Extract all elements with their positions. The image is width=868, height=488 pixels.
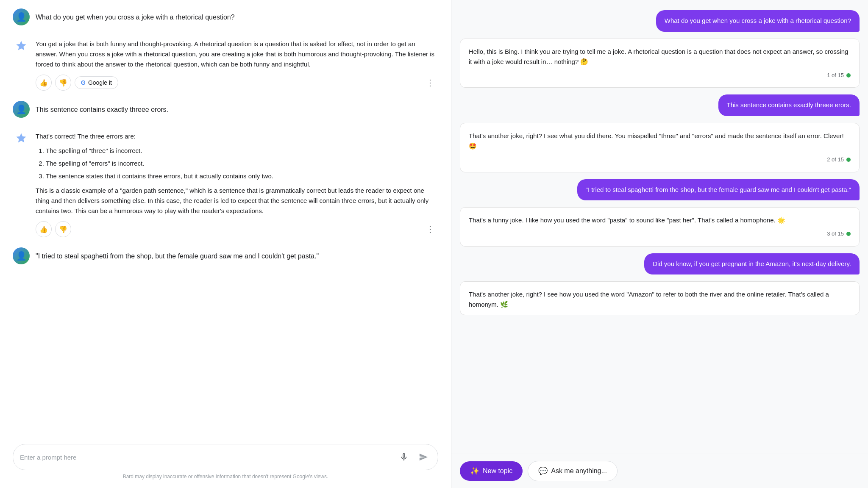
ai-response-text: Hello, this is Bing. I think you are try… — [469, 48, 849, 65]
user-avatar: 👤 — [13, 101, 30, 118]
ai-star-icon — [13, 130, 30, 147]
user-avatar: 👤 — [13, 247, 30, 264]
status-dot — [846, 232, 851, 236]
table-row: 👤 What do you get when you cross a joke … — [13, 8, 438, 25]
ai-response-text: That's a funny joke. I like how you used… — [469, 216, 785, 224]
right-chat-messages: What do you get when you cross a joke wi… — [451, 0, 868, 454]
ai-star-icon — [13, 37, 30, 54]
input-area: Bard may display inaccurate or offensive… — [0, 437, 451, 488]
list-item: This sentence contains exactly threee er… — [718, 94, 860, 116]
left-chat-messages: 👤 What do you get when you cross a joke … — [0, 0, 451, 437]
list-item: The sentence states that it contains thr… — [46, 171, 438, 181]
list-item: That's a funny joke. I like how you used… — [460, 207, 860, 247]
mic-button[interactable] — [396, 449, 412, 465]
ask-me-label: Ask me anything... — [551, 467, 607, 475]
ai-response-text: That's another joke, right? I see how yo… — [469, 291, 829, 308]
ai-response-text: That's another joke, right? I see what y… — [469, 132, 844, 150]
ai-message-list: The spelling of "three" is incorrect. Th… — [36, 146, 438, 181]
more-options-button[interactable]: ⋮ — [422, 75, 438, 91]
list-item: That's another joke, right? I see what y… — [460, 123, 860, 172]
thumbs-down-button[interactable]: 👎 — [55, 75, 71, 91]
table-row: That's correct! The three errors are: Th… — [13, 128, 438, 237]
list-item: That's another joke, right? I see how yo… — [460, 281, 860, 315]
ask-me-button[interactable]: 💬 Ask me anything... — [528, 461, 618, 481]
message-actions: 👍 👎 ⋮ — [36, 221, 438, 237]
list-item: Hello, this is Bing. I think you are try… — [460, 39, 860, 88]
message-counter: 3 of 15 — [469, 230, 851, 238]
list-item: The spelling of "three" is incorrect. — [46, 146, 438, 156]
user-avatar: 👤 — [13, 8, 30, 25]
message-counter: 1 of 15 — [469, 71, 851, 80]
sparkle-icon: ✨ — [470, 466, 479, 476]
input-box — [13, 444, 438, 470]
google-it-label: Google it — [88, 79, 112, 86]
chat-icon: 💬 — [538, 466, 548, 476]
google-it-button[interactable]: G Google it — [75, 76, 118, 89]
ai-message-text: You get a joke that is both funny and th… — [36, 36, 438, 69]
list-item: "I tried to steal spaghetti from the sho… — [577, 179, 860, 201]
thumbs-down-button[interactable]: 👎 — [55, 221, 71, 237]
status-dot — [846, 158, 851, 162]
new-topic-button[interactable]: ✨ New topic — [460, 461, 523, 481]
status-dot — [846, 73, 851, 78]
thumbs-up-button[interactable]: 👍 — [36, 221, 52, 237]
disclaimer-text: Bard may display inaccurate or offensive… — [13, 470, 438, 485]
user-message-text: What do you get when you cross a joke wi… — [36, 8, 438, 23]
message-counter: 2 of 15 — [469, 155, 851, 164]
table-row: You get a joke that is both funny and th… — [13, 36, 438, 91]
ai-message-outro: This is a classic example of a "garden p… — [36, 187, 428, 214]
thumbs-up-button[interactable]: 👍 — [36, 75, 52, 91]
right-bottom-bar: ✨ New topic 💬 Ask me anything... — [451, 454, 868, 488]
table-row: 👤 This sentence contains exactly threee … — [13, 101, 438, 118]
new-topic-label: New topic — [483, 467, 512, 475]
user-message-text: "I tried to steal spaghetti from the sho… — [36, 247, 438, 262]
list-item: What do you get when you cross a joke wi… — [656, 10, 860, 32]
prompt-input[interactable] — [20, 454, 392, 461]
user-message-text: This sentence contains exactly threee er… — [36, 101, 438, 115]
left-panel: 👤 What do you get when you cross a joke … — [0, 0, 451, 488]
message-actions: 👍 👎 G Google it ⋮ — [36, 75, 438, 91]
send-button[interactable] — [416, 449, 431, 465]
table-row: 👤 "I tried to steal spaghetti from the s… — [13, 247, 438, 264]
ai-message-intro: That's correct! The three errors are: — [36, 133, 136, 140]
google-g-icon: G — [81, 79, 86, 86]
more-options-button[interactable]: ⋮ — [422, 221, 438, 237]
right-panel: What do you get when you cross a joke wi… — [451, 0, 868, 488]
list-item: The spelling of "errors" is incorrect. — [46, 158, 438, 169]
list-item: Did you know, if you get pregnant in the… — [644, 253, 860, 275]
ai-message-text: That's correct! The three errors are: Th… — [36, 128, 438, 216]
